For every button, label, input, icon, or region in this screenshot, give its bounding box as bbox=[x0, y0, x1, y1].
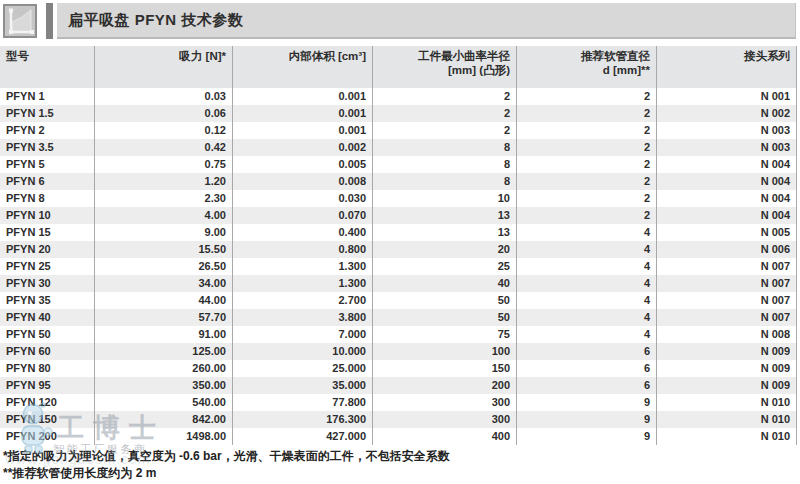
column-header-label: 接头系列 bbox=[663, 49, 790, 63]
model-cell: PFYN 15 bbox=[0, 224, 95, 241]
volume-cell: 0.001 bbox=[233, 105, 373, 122]
suction-cell: 1.20 bbox=[95, 173, 233, 190]
table-row: PFYN 5091.007.000754N 008 bbox=[0, 326, 797, 343]
column-header-suction: 吸力 [N]* bbox=[95, 46, 233, 88]
volume-cell: 3.800 bbox=[233, 309, 373, 326]
hose-cell: 9 bbox=[517, 428, 657, 445]
volume-cell: 0.001 bbox=[233, 88, 373, 105]
table-row: PFYN 95350.0035.0002006N 009 bbox=[0, 377, 797, 394]
hose-cell: 6 bbox=[517, 360, 657, 377]
hose-cell: 2 bbox=[517, 173, 657, 190]
series-cell: N 010 bbox=[657, 411, 797, 428]
table-row: PFYN 150842.00176.3003009N 010 bbox=[0, 411, 797, 428]
header-accent-stripe bbox=[46, 3, 53, 39]
series-cell: N 001 bbox=[657, 88, 797, 105]
radius-cell: 25 bbox=[373, 258, 517, 275]
model-cell: PFYN 20 bbox=[0, 241, 95, 258]
suction-cell: 0.06 bbox=[95, 105, 233, 122]
volume-cell: 427.000 bbox=[233, 428, 373, 445]
volume-cell: 10.000 bbox=[233, 343, 373, 360]
suction-cell: 0.12 bbox=[95, 122, 233, 139]
suction-cell: 2.30 bbox=[95, 190, 233, 207]
hose-cell: 4 bbox=[517, 275, 657, 292]
radius-cell: 8 bbox=[373, 173, 517, 190]
model-cell: PFYN 30 bbox=[0, 275, 95, 292]
hose-cell: 2 bbox=[517, 139, 657, 156]
radius-cell: 10 bbox=[373, 190, 517, 207]
column-header-hose: 推荐软管直径 d [mm]** bbox=[517, 46, 657, 88]
series-cell: N 003 bbox=[657, 139, 797, 156]
suction-cell: 350.00 bbox=[95, 377, 233, 394]
radius-cell: 40 bbox=[373, 275, 517, 292]
suction-cell: 15.50 bbox=[95, 241, 233, 258]
radius-cell: 400 bbox=[373, 428, 517, 445]
suction-cell: 0.42 bbox=[95, 139, 233, 156]
series-cell: N 004 bbox=[657, 173, 797, 190]
volume-cell: 77.800 bbox=[233, 394, 373, 411]
series-cell: N 006 bbox=[657, 241, 797, 258]
series-cell: N 007 bbox=[657, 275, 797, 292]
volume-cell: 0.400 bbox=[233, 224, 373, 241]
radius-cell: 50 bbox=[373, 292, 517, 309]
volume-cell: 0.800 bbox=[233, 241, 373, 258]
suction-cell: 91.00 bbox=[95, 326, 233, 343]
radius-cell: 200 bbox=[373, 377, 517, 394]
hose-cell: 4 bbox=[517, 326, 657, 343]
model-cell: PFYN 95 bbox=[0, 377, 95, 394]
column-header-label: 工件最小曲率半径 bbox=[379, 49, 510, 63]
table-row: PFYN 3544.002.700504N 007 bbox=[0, 292, 797, 309]
hose-cell: 6 bbox=[517, 377, 657, 394]
radius-cell: 150 bbox=[373, 360, 517, 377]
table-row: PFYN 20.120.00122N 003 bbox=[0, 122, 797, 139]
model-cell: PFYN 50 bbox=[0, 326, 95, 343]
radius-cell: 13 bbox=[373, 207, 517, 224]
hose-cell: 4 bbox=[517, 224, 657, 241]
hose-cell: 6 bbox=[517, 343, 657, 360]
series-cell: N 007 bbox=[657, 258, 797, 275]
column-header-model: 型号 bbox=[0, 46, 95, 88]
volume-cell: 0.002 bbox=[233, 139, 373, 156]
radius-cell: 2 bbox=[373, 122, 517, 139]
radius-cell: 50 bbox=[373, 309, 517, 326]
suction-cell: 125.00 bbox=[95, 343, 233, 360]
footnotes: *指定的吸力为理论值，真空度为 -0.6 bar，光滑、干燥表面的工件，不包括安… bbox=[3, 448, 450, 482]
volume-cell: 7.000 bbox=[233, 326, 373, 343]
volume-cell: 25.000 bbox=[233, 360, 373, 377]
volume-cell: 2.700 bbox=[233, 292, 373, 309]
radius-cell: 300 bbox=[373, 411, 517, 428]
column-header-series: 接头系列 bbox=[657, 46, 797, 88]
table-row: PFYN 50.750.00582N 004 bbox=[0, 156, 797, 173]
radius-cell: 8 bbox=[373, 156, 517, 173]
column-header-volume: 内部体积 [cm³] bbox=[233, 46, 373, 88]
column-header-label: 推荐软管直径 bbox=[523, 49, 650, 63]
column-header-radius: 工件最小曲率半径 [mm] (凸形) bbox=[373, 46, 517, 88]
suction-cell: 260.00 bbox=[95, 360, 233, 377]
page-title: 扁平吸盘 PFYN 技术参数 bbox=[68, 11, 243, 30]
radius-cell: 8 bbox=[373, 139, 517, 156]
footnote-2: **推荐软管使用长度约为 2 m bbox=[3, 465, 450, 482]
table-row: PFYN 3.50.420.00282N 003 bbox=[0, 139, 797, 156]
area-chart-icon bbox=[3, 4, 37, 38]
volume-cell: 0.005 bbox=[233, 156, 373, 173]
model-cell: PFYN 5 bbox=[0, 156, 95, 173]
column-header-label: 吸力 [N]* bbox=[101, 49, 226, 63]
hose-cell: 4 bbox=[517, 258, 657, 275]
series-cell: N 003 bbox=[657, 122, 797, 139]
spec-table: 型号 吸力 [N]* 内部体积 [cm³] 工件最小曲率半径 [mm] (凸形)… bbox=[0, 46, 797, 445]
hose-cell: 2 bbox=[517, 207, 657, 224]
suction-cell: 1498.00 bbox=[95, 428, 233, 445]
table-row: PFYN 2015.500.800204N 006 bbox=[0, 241, 797, 258]
volume-cell: 0.030 bbox=[233, 190, 373, 207]
series-cell: N 010 bbox=[657, 394, 797, 411]
model-cell: PFYN 35 bbox=[0, 292, 95, 309]
volume-cell: 0.001 bbox=[233, 122, 373, 139]
footnote-1: *指定的吸力为理论值，真空度为 -0.6 bar，光滑、干燥表面的工件，不包括安… bbox=[3, 448, 450, 465]
model-cell: PFYN 120 bbox=[0, 394, 95, 411]
series-cell: N 010 bbox=[657, 428, 797, 445]
suction-cell: 9.00 bbox=[95, 224, 233, 241]
volume-cell: 0.008 bbox=[233, 173, 373, 190]
title-bar: 扁平吸盘 PFYN 技术参数 bbox=[57, 3, 796, 39]
radius-cell: 20 bbox=[373, 241, 517, 258]
series-cell: N 005 bbox=[657, 224, 797, 241]
hose-cell: 4 bbox=[517, 241, 657, 258]
